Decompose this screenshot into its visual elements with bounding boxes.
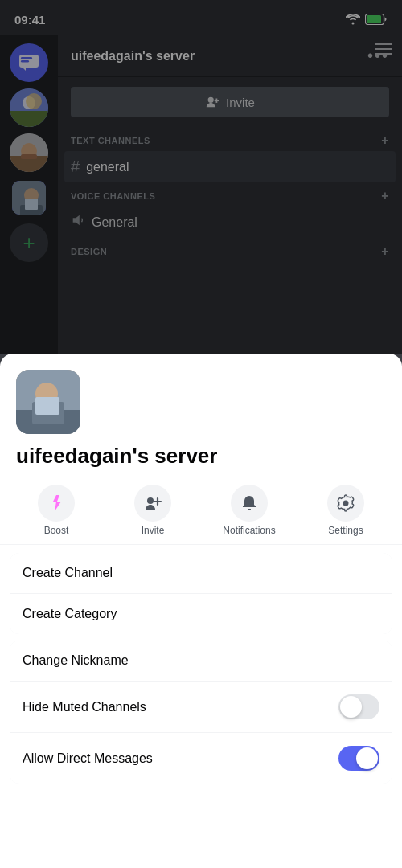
action-settings[interactable]: Settings	[297, 485, 394, 536]
action-boost[interactable]: Boost	[8, 485, 105, 536]
hide-muted-label: Hide Muted Channels	[23, 700, 146, 714]
allow-dm-label: Allow Direct Messages	[23, 751, 153, 766]
notifications-label: Notifications	[223, 525, 275, 536]
action-invite[interactable]: Invite	[105, 485, 201, 536]
invite-label-sheet: Invite	[142, 525, 165, 536]
dim-overlay	[0, 0, 402, 354]
create-channel-item[interactable]: Create Channel	[10, 553, 392, 594]
svg-rect-26	[35, 397, 59, 415]
invite-icon-container	[134, 485, 171, 522]
allow-dm-toggle-knob	[356, 747, 378, 769]
allow-dm-toggle[interactable]	[338, 746, 379, 771]
svg-point-27	[147, 497, 154, 504]
settings-icon-container	[327, 485, 364, 522]
invite-icon	[144, 495, 162, 511]
boost-icon	[47, 493, 65, 513]
bottom-sheet: uifeedagain's server Boost Invite	[0, 354, 402, 868]
action-notifications[interactable]: Notifications	[201, 485, 297, 536]
gear-icon	[337, 494, 355, 512]
svg-point-31	[343, 501, 348, 506]
boost-icon-container	[38, 485, 75, 522]
server-avatar-image	[16, 370, 80, 434]
hide-muted-item[interactable]: Hide Muted Channels	[10, 682, 392, 733]
create-menu-section: Create Channel Create Category	[10, 553, 392, 634]
sheet-server-avatar	[16, 370, 80, 434]
allow-dm-item[interactable]: Allow Direct Messages	[10, 733, 392, 784]
change-nickname-item[interactable]: Change Nickname	[10, 641, 392, 682]
bell-icon	[241, 494, 257, 512]
create-category-label: Create Category	[23, 607, 117, 621]
settings-label: Settings	[328, 525, 363, 536]
hide-muted-toggle[interactable]	[338, 694, 379, 719]
action-bar: Boost Invite Notifications	[0, 469, 402, 545]
change-nickname-label: Change Nickname	[23, 653, 129, 668]
create-category-item[interactable]: Create Category	[10, 594, 392, 634]
hide-muted-toggle-knob	[340, 696, 362, 718]
sheet-server-name: uifeedagain's server	[0, 434, 402, 469]
preferences-menu-section: Change Nickname Hide Muted Channels Allo…	[10, 641, 392, 784]
notifications-icon-container	[231, 485, 268, 522]
create-channel-label: Create Channel	[23, 566, 113, 580]
boost-label: Boost	[44, 525, 69, 536]
